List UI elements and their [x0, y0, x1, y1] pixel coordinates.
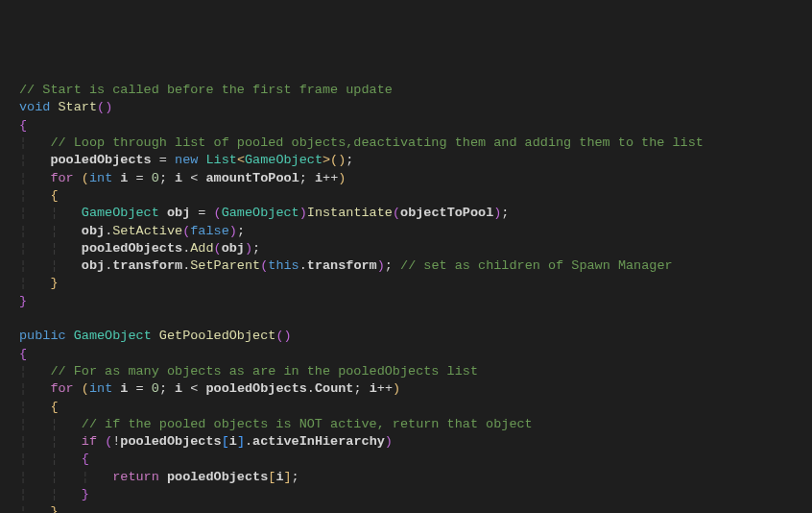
keyword: false: [190, 224, 229, 238]
code-line: ¦ ¦ obj.SetActive(false);: [19, 223, 793, 240]
identifier: obj: [82, 224, 105, 238]
code-line: ¦ for (int i = 0; i < amountToPool; i++): [19, 170, 793, 187]
code-line: ¦ ¦ GameObject obj = (GameObject)Instant…: [19, 205, 793, 222]
brace: }: [50, 504, 58, 513]
keyword: return: [112, 470, 159, 484]
brace: }: [19, 294, 27, 308]
class-name: GameObject: [245, 153, 322, 167]
identifier: transform: [307, 258, 377, 273]
code-line: ¦ ¦ pooledObjects.Add(obj);: [19, 240, 793, 257]
code-line: ¦ }: [19, 503, 793, 513]
paren: (): [97, 100, 112, 114]
code-line: {: [19, 117, 793, 134]
code-editor[interactable]: // Start is called before the first fram…: [19, 82, 793, 513]
code-line: ¦ {: [19, 399, 793, 416]
code-line: public GameObject GetPooledObject(): [19, 328, 793, 345]
keyword: this: [268, 258, 299, 273]
identifier: objectToPool: [400, 206, 493, 220]
comment-text: // Start is called before the first fram…: [19, 83, 393, 97]
class-name: GameObject: [222, 206, 299, 220]
code-line: ¦ ¦ obj.transform.SetParent(this.transfo…: [19, 257, 793, 275]
function-name: Add: [190, 241, 213, 256]
keyword: new: [175, 153, 198, 167]
code-line: ¦ ¦ {: [19, 451, 793, 468]
identifier: transform: [112, 258, 182, 273]
comment-text: // if the pooled objects is NOT active, …: [82, 417, 533, 431]
code-line: ¦ // For as many objects as are in the p…: [19, 363, 793, 380]
brace: {: [50, 188, 58, 203]
code-line: ¦ ¦ if (!pooledObjects[i].activeInHierar…: [19, 433, 793, 451]
code-line: [19, 310, 793, 328]
keyword: for: [50, 171, 73, 185]
keyword: int: [89, 381, 112, 396]
code-line: ¦ ¦ }: [19, 486, 793, 503]
code-line: ¦ // Loop through list of pooled objects…: [19, 134, 793, 152]
code-line: ¦ ¦ ¦ return pooledObjects[i];: [19, 469, 793, 486]
brace: {: [19, 347, 27, 361]
code-line: ¦ {: [19, 187, 793, 205]
function-name: SetActive: [112, 224, 182, 238]
identifier: activeInHierarchy: [252, 434, 385, 449]
number: 0: [152, 171, 159, 185]
class-name: GameObject: [82, 206, 159, 220]
class-name: List: [205, 153, 236, 167]
code-line: // Start is called before the first fram…: [19, 82, 793, 99]
keyword: int: [89, 171, 112, 185]
identifier: obj: [167, 206, 190, 220]
brace: }: [82, 487, 89, 501]
identifier: i: [229, 434, 237, 449]
code-line: {: [19, 346, 793, 363]
brace: }: [50, 276, 58, 290]
brace: {: [19, 118, 27, 133]
code-line: ¦ for (int i = 0; i < pooledObjects.Coun…: [19, 380, 793, 398]
brace: {: [82, 452, 89, 466]
brace: {: [50, 400, 58, 414]
class-name: GameObject: [74, 329, 152, 343]
function-name: Instantiate: [307, 206, 393, 220]
code-line: void Start(): [19, 99, 793, 116]
comment-text: // For as many objects as are in the poo…: [50, 364, 478, 379]
code-line: ¦ }: [19, 275, 793, 292]
identifier: pooledObjects: [120, 434, 221, 449]
comment-text: // Loop through list of pooled objects,d…: [50, 135, 704, 150]
code-line: }: [19, 293, 793, 310]
identifier: amountToPool: [206, 171, 299, 185]
code-line: ¦ ¦ // if the pooled objects is NOT acti…: [19, 416, 793, 433]
identifier: pooledObjects: [206, 381, 307, 396]
identifier: pooledObjects: [50, 153, 151, 167]
keyword: for: [50, 381, 73, 396]
function-name: Start: [59, 100, 98, 114]
identifier: pooledObjects: [167, 470, 268, 484]
keyword: void: [19, 100, 50, 114]
comment-text: // set as children of Spawn Manager: [393, 258, 673, 273]
function-name: SetParent: [190, 258, 260, 273]
keyword: if: [82, 434, 97, 449]
function-name: GetPooledObject: [159, 329, 276, 343]
identifier: pooledObjects: [82, 241, 182, 256]
identifier: obj: [82, 258, 105, 273]
identifier: obj: [222, 241, 245, 256]
identifier: Count: [315, 381, 354, 396]
number: 0: [152, 381, 159, 396]
code-line: ¦ pooledObjects = new List<GameObject>()…: [19, 152, 793, 169]
keyword: public: [19, 329, 66, 343]
